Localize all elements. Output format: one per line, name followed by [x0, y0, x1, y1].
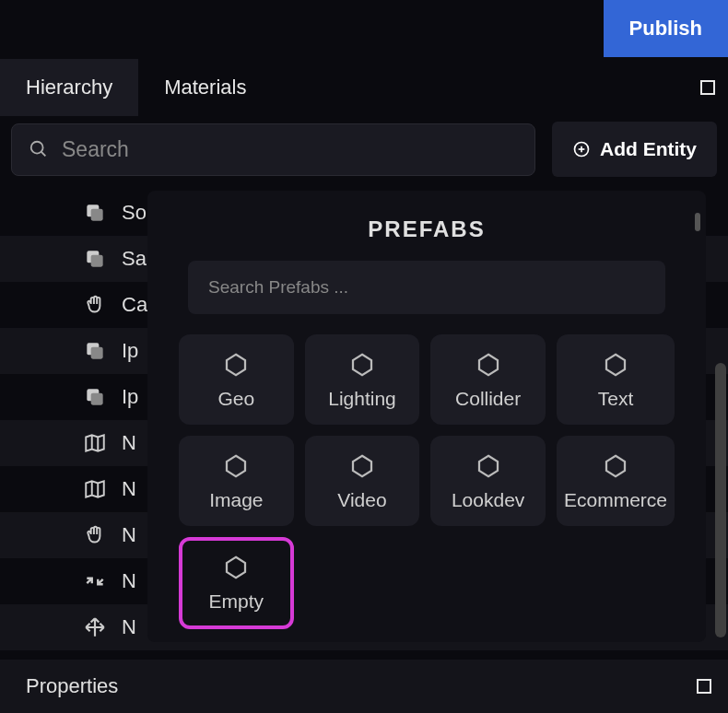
prefab-image[interactable]: Image: [179, 436, 294, 526]
prefab-label: Empty: [209, 590, 264, 613]
prefab-video[interactable]: Video: [305, 436, 420, 526]
stack-icon: [83, 385, 107, 409]
hexagon-icon: [602, 452, 629, 480]
properties-panel: Properties: [0, 660, 728, 713]
shrink-icon: [83, 569, 107, 593]
tabs: Hierarchy Materials: [0, 59, 728, 116]
prefab-label: Image: [209, 489, 263, 511]
svg-marker-14: [353, 355, 371, 376]
hexagon-icon: [348, 351, 376, 379]
tab-hierarchy[interactable]: Hierarchy: [0, 59, 138, 116]
svg-rect-10: [91, 347, 103, 359]
hexagon-icon: [602, 351, 629, 379]
tab-materials[interactable]: Materials: [138, 59, 272, 116]
hierarchy-item-label: N: [122, 477, 136, 501]
prefab-geo[interactable]: Geo: [179, 334, 294, 425]
axes-icon: [83, 615, 107, 639]
hexagon-icon: [222, 452, 250, 480]
hexagon-icon: [348, 452, 376, 480]
hierarchy-item-label: Sa: [122, 247, 147, 271]
stack-icon: [83, 247, 107, 271]
prefabs-search-box[interactable]: [188, 261, 665, 314]
svg-marker-19: [479, 456, 498, 477]
svg-marker-18: [353, 456, 371, 477]
hand-icon: [83, 523, 107, 547]
hexagon-icon: [222, 351, 250, 379]
plus-circle-icon: [572, 140, 591, 158]
publish-button[interactable]: Publish: [604, 0, 728, 57]
prefab-label: Lighting: [328, 388, 396, 410]
prefabs-search-input[interactable]: [208, 277, 645, 298]
prefabs-title: PREFABS: [179, 216, 675, 242]
add-entity-label: Add Entity: [600, 138, 697, 160]
prefab-label: Text: [598, 388, 634, 410]
add-entity-button[interactable]: Add Entity: [552, 122, 717, 177]
hierarchy-item-label: Ip: [122, 339, 138, 363]
svg-marker-21: [227, 557, 245, 579]
search-input[interactable]: [62, 137, 518, 162]
hierarchy-item-label: N: [122, 431, 136, 455]
map-icon: [83, 477, 107, 501]
prefab-label: Collider: [455, 388, 521, 410]
svg-marker-16: [606, 355, 625, 376]
prefab-text[interactable]: Text: [557, 334, 675, 425]
prefab-grid: GeoLightingColliderTextImageVideoLookdev…: [179, 334, 675, 629]
hierarchy-item-label: N: [122, 523, 136, 547]
prefab-collider[interactable]: Collider: [430, 334, 546, 425]
hexagon-icon: [222, 554, 250, 581]
search-icon: [29, 139, 49, 159]
prefab-label: Video: [337, 489, 386, 511]
map-icon: [83, 431, 107, 455]
svg-rect-8: [91, 255, 103, 267]
prefab-empty[interactable]: Empty: [179, 537, 294, 629]
prefab-lighting[interactable]: Lighting: [305, 334, 420, 425]
hierarchy-item-label: N: [122, 615, 136, 639]
hexagon-icon: [475, 351, 502, 379]
svg-point-0: [31, 142, 43, 154]
scrollbar[interactable]: [715, 363, 726, 637]
hexagon-icon: [475, 452, 502, 480]
modal-scrollbar[interactable]: [695, 213, 700, 231]
svg-marker-13: [227, 355, 245, 376]
search-box[interactable]: [11, 123, 535, 176]
svg-rect-12: [91, 393, 103, 405]
prefab-ecommerce[interactable]: Ecommerce: [557, 436, 675, 526]
properties-title: Properties: [26, 674, 118, 698]
stack-icon: [83, 201, 107, 225]
hierarchy-item-label: Ip: [122, 385, 138, 409]
stack-icon: [83, 339, 107, 363]
hierarchy-item-label: Ca: [122, 293, 147, 317]
prefab-label: Lookdev: [452, 489, 524, 511]
prefab-label: Ecommerce: [564, 489, 667, 511]
expand-icon[interactable]: [697, 679, 711, 694]
svg-rect-6: [91, 209, 103, 221]
svg-marker-20: [606, 456, 625, 477]
expand-icon[interactable]: [700, 80, 715, 95]
prefabs-modal: PREFABS GeoLightingColliderTextImageVide…: [147, 191, 706, 642]
svg-marker-17: [227, 456, 245, 477]
prefab-lookdev[interactable]: Lookdev: [430, 436, 546, 526]
hand-icon: [83, 293, 107, 317]
svg-marker-15: [479, 355, 498, 376]
svg-line-1: [41, 152, 46, 157]
prefab-label: Geo: [217, 388, 254, 410]
hierarchy-item-label: N: [122, 569, 136, 593]
